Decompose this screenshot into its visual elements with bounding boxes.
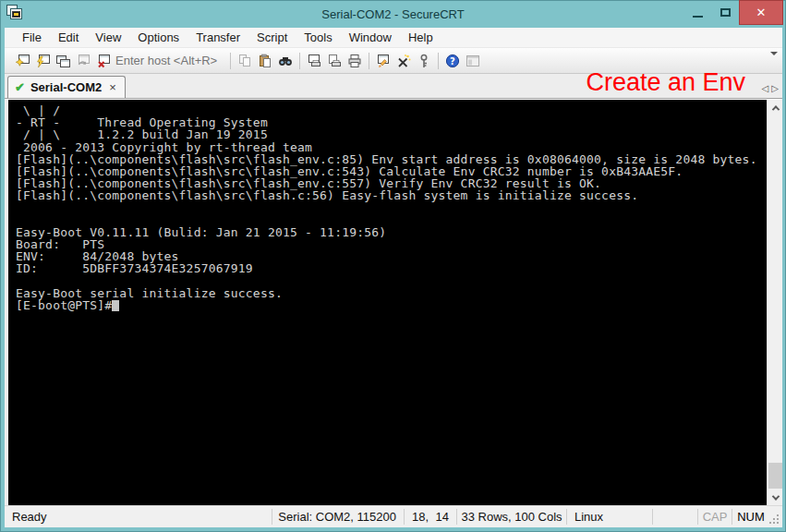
terminal-cursor (112, 300, 119, 311)
tab-scroll-left-icon[interactable]: ◁ (762, 83, 769, 93)
terminal-prompt: [E-boot@PTS]# (16, 298, 112, 312)
keymap-editor-icon (395, 54, 412, 68)
help-button[interactable]: ? (442, 51, 463, 71)
print-button[interactable] (345, 51, 365, 71)
connected-check-icon: ✔ (15, 80, 25, 94)
resize-grip[interactable] (769, 506, 782, 527)
status-grid-size: 33 Rows, 100 Cols (457, 506, 566, 527)
vertical-scrollbar[interactable] (767, 100, 782, 505)
minimize-button[interactable] (683, 0, 711, 25)
close-button[interactable]: ✕ (739, 0, 783, 25)
status-num-indicator: NUM (732, 506, 769, 527)
terminal-line: Easy-Boot serial initialize success. (16, 287, 767, 299)
terminal-line (16, 202, 767, 214)
reconnect-icon (75, 54, 91, 68)
menu-view[interactable]: View (87, 29, 129, 46)
help-icon: ? (444, 54, 461, 68)
paste-button[interactable] (255, 51, 275, 71)
title-bar[interactable]: Serial-COM2 - SecureCRT ✕ (0, 0, 786, 28)
menu-options[interactable]: Options (129, 29, 187, 46)
tab-bar: ✔ Serial-COM2 × Create an Env ◁ ▷ (5, 74, 782, 99)
terminal-line: ID: 5DBFF3734374E3257067919 (16, 262, 767, 274)
reconnect-button[interactable] (73, 51, 93, 71)
menu-script[interactable]: Script (248, 29, 296, 46)
session-options-icon (375, 54, 392, 68)
status-caps-indicator: CAP (698, 506, 732, 527)
menu-window[interactable]: Window (341, 29, 400, 46)
print-selection-button[interactable] (324, 51, 345, 71)
terminal-line: [Flash](..\components\flash\src\flash_en… (16, 153, 767, 165)
connect-in-tab-icon (54, 54, 71, 68)
maximize-button[interactable] (711, 0, 739, 25)
menu-bar: File Edit View Options Transfer Script T… (5, 28, 782, 48)
find-button[interactable] (275, 51, 296, 71)
tab-close-icon[interactable]: × (109, 80, 116, 94)
menu-tools[interactable]: Tools (296, 29, 340, 46)
terminal-prompt-line: [E-boot@PTS]# (16, 299, 767, 311)
svg-text:?: ? (450, 55, 455, 66)
print-icon (346, 54, 363, 68)
terminal-screen[interactable]: \ | / - RT - Thread Operating System / |… (8, 100, 767, 505)
connect-icon (14, 54, 30, 68)
terminal-line: 2006 - 2013 Copyright by rt-thread team (16, 141, 767, 153)
tab-serial-com2[interactable]: ✔ Serial-COM2 × (7, 76, 126, 98)
terminal-line (16, 214, 767, 226)
keymap-editor-button[interactable] (393, 51, 414, 71)
chevron-up-icon (771, 105, 779, 113)
scroll-down-button[interactable] (768, 490, 783, 505)
chevron-down-icon (771, 492, 779, 500)
connect-button[interactable] (12, 51, 32, 71)
quick-connect-icon (34, 54, 51, 68)
annotation-create-an-env: Create an Env (586, 68, 745, 97)
chevron-down-icon (770, 52, 778, 71)
tab-scroll-right-icon[interactable]: ▷ (771, 83, 779, 93)
print-setup-button[interactable] (304, 51, 324, 71)
paste-icon (257, 54, 273, 68)
print-selection-icon (326, 54, 343, 68)
terminal-line: Easy-Boot V0.11.11 (Bulid: Jan 21 2015 -… (16, 226, 767, 238)
minimize-icon (693, 16, 703, 18)
toolbar-overflow-button[interactable] (770, 55, 779, 72)
disconnect-button[interactable] (93, 51, 114, 71)
status-emulation: Linux (567, 506, 652, 527)
key-agent-icon (416, 54, 432, 68)
copy-button[interactable] (235, 51, 255, 71)
session-manager-icon (465, 54, 481, 68)
window-title: Serial-COM2 - SecureCRT (0, 7, 786, 21)
quick-connect-button[interactable] (32, 51, 53, 71)
print-setup-icon (306, 54, 322, 68)
terminal-line: [Flash](..\components\flash\src\flash.c:… (16, 189, 767, 201)
menu-help[interactable]: Help (400, 29, 441, 46)
tab-label: Serial-COM2 (30, 80, 102, 94)
status-ready: Ready (5, 506, 272, 527)
scroll-up-button[interactable] (768, 100, 783, 115)
status-cursor-position: 18, 14 (405, 506, 456, 527)
scrollbar-thumb[interactable] (768, 463, 782, 489)
status-blank (653, 506, 697, 527)
maximize-icon (720, 8, 731, 17)
enter-host-input[interactable] (115, 53, 224, 69)
securecrt-window: Serial-COM2 - SecureCRT ✕ File Edit View… (0, 0, 786, 532)
close-icon: ✕ (756, 6, 767, 18)
status-serial: Serial: COM2, 115200 (272, 506, 404, 527)
terminal-line (16, 275, 767, 287)
copy-icon (236, 54, 253, 68)
menu-edit[interactable]: Edit (50, 29, 87, 46)
session-options-button[interactable] (373, 51, 393, 71)
terminal-line: / | \ 1.2.2 build Jan 19 2015 (16, 128, 767, 140)
menu-transfer[interactable]: Transfer (187, 29, 248, 46)
status-bar: Ready Serial: COM2, 115200 18, 14 33 Row… (5, 505, 782, 527)
disconnect-icon (95, 54, 112, 68)
session-manager-button[interactable] (463, 51, 483, 71)
find-icon (277, 54, 294, 68)
key-agent-button[interactable] (414, 51, 434, 71)
menu-file[interactable]: File (14, 29, 50, 46)
connect-in-tab-button[interactable] (53, 51, 73, 71)
